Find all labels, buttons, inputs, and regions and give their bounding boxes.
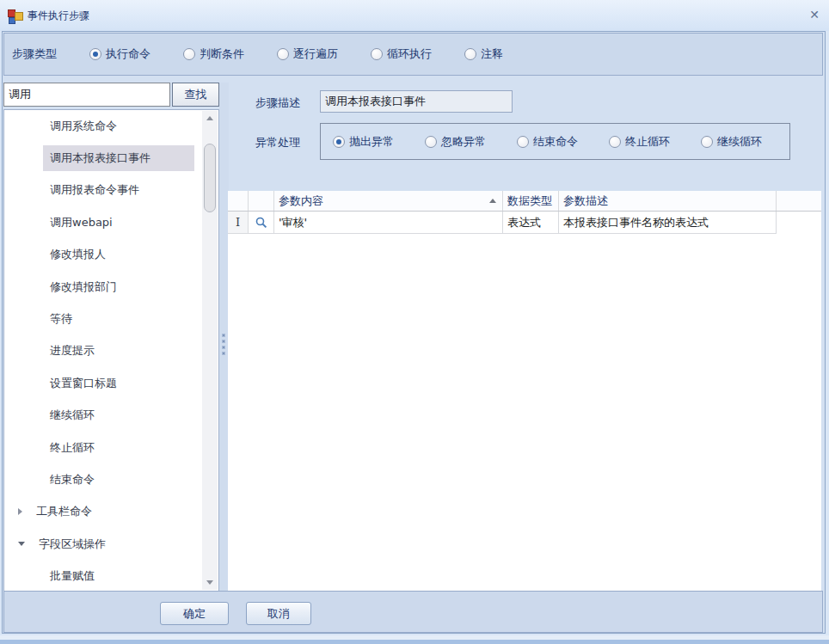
- list-item[interactable]: 调用webapi: [4, 206, 218, 238]
- radio-label: 终止循环: [625, 134, 670, 150]
- list-item-label: 设置窗口标题: [43, 371, 124, 396]
- list-item[interactable]: 修改填报人: [4, 239, 218, 271]
- list-item[interactable]: 进度提示: [4, 335, 218, 367]
- radio-label: 判断条件: [200, 46, 244, 62]
- params-grid: 参数内容 数据类型 参数描述 I: [228, 191, 821, 591]
- window-edge-border: [0, 640, 829, 644]
- list-item[interactable]: 等待: [4, 303, 218, 334]
- list-scrollbar[interactable]: [202, 111, 218, 590]
- tree-expand-icon[interactable]: [18, 542, 25, 546]
- command-list: 调用系统命令 调用本报表接口事件 调用报表命令事件 调用webapi 修改填报人…: [3, 109, 219, 592]
- exception-groupbox: 抛出异常 忽略异常 结束命令 终止循环 继续循环: [320, 123, 790, 160]
- tree-group-toolbar-commands[interactable]: 工具栏命令: [4, 496, 218, 528]
- table-row[interactable]: I '审核' 表达式 本报表接口事件名称的表达式: [228, 212, 821, 234]
- search-input[interactable]: [3, 83, 170, 107]
- list-item-label: 继续循环: [43, 402, 101, 428]
- cell-value: 本报表接口事件名称的表达式: [563, 215, 709, 230]
- radio-stop-loop[interactable]: 终止循环: [609, 134, 670, 150]
- cancel-button-label: 取消: [267, 606, 290, 622]
- radio-label: 结束命令: [533, 134, 578, 150]
- list-item-label: 字段区域操作: [32, 531, 113, 557]
- list-item[interactable]: 批量赋值: [4, 560, 218, 592]
- list-item-label: 等待: [43, 306, 79, 332]
- radio-icon: [517, 136, 529, 148]
- column-header-data-type[interactable]: 数据类型: [503, 191, 559, 211]
- scroll-up-icon[interactable]: [202, 111, 218, 126]
- radio-label: 执行命令: [106, 46, 150, 62]
- splitter-grip-icon: [222, 334, 225, 355]
- radio-label: 逐行遍历: [293, 46, 338, 62]
- radio-execute-command[interactable]: 执行命令: [89, 46, 150, 62]
- step-type-bar: 步骤类型 执行命令 判断条件 逐行遍历 循环执行 注释: [3, 33, 823, 76]
- radio-icon: [609, 136, 621, 148]
- list-item-selected[interactable]: 调用本报表接口事件: [4, 142, 218, 174]
- radio-icon: [89, 48, 101, 60]
- cell-data-type[interactable]: 表达式: [503, 212, 559, 234]
- list-item[interactable]: 调用系统命令: [4, 110, 218, 142]
- tree-collapse-icon[interactable]: [18, 508, 22, 515]
- scroll-down-icon[interactable]: [202, 575, 218, 590]
- list-item[interactable]: 终止循环: [4, 432, 218, 463]
- grid-icon-header-cell: [249, 191, 274, 211]
- tree-group-field-area-ops[interactable]: 字段区域操作: [4, 528, 218, 560]
- radio-label: 抛出异常: [349, 134, 394, 150]
- column-header-label: 参数内容: [279, 193, 323, 209]
- step-desc-label: 步骤描述: [255, 95, 300, 111]
- radio-label: 注释: [481, 46, 503, 62]
- list-item[interactable]: 调用报表命令事件: [4, 175, 218, 206]
- sort-asc-icon: [489, 199, 496, 203]
- cancel-button[interactable]: 取消: [246, 602, 311, 625]
- step-desc-input[interactable]: [320, 90, 513, 113]
- radio-loop-execute[interactable]: 循环执行: [371, 46, 432, 62]
- radio-icon: [183, 48, 195, 60]
- magnifier-icon: [255, 217, 267, 229]
- list-item-label: 调用报表命令事件: [43, 177, 146, 203]
- find-button[interactable]: 查找: [172, 83, 219, 107]
- close-icon[interactable]: ✕: [809, 7, 820, 22]
- list-item[interactable]: 设置窗口标题: [4, 367, 218, 399]
- column-header-label: 数据类型: [507, 193, 552, 209]
- ok-button[interactable]: 确定: [160, 602, 229, 625]
- list-item-label: 调用系统命令: [43, 113, 124, 139]
- radio-comment[interactable]: 注释: [464, 46, 503, 62]
- cell-param-content[interactable]: '审核': [274, 212, 503, 234]
- radio-icon: [333, 136, 345, 148]
- row-lookup-button[interactable]: [249, 212, 274, 234]
- radio-iterate-rows[interactable]: 逐行遍历: [277, 46, 338, 62]
- radio-end-command[interactable]: 结束命令: [517, 134, 578, 150]
- radio-icon: [425, 136, 437, 148]
- find-button-label: 查找: [185, 87, 207, 102]
- app-form-icon: [8, 9, 21, 22]
- list-item[interactable]: 修改填报部门: [4, 271, 218, 303]
- column-header-param-content[interactable]: 参数内容: [274, 191, 503, 211]
- list-item-label: 调用webapi: [43, 210, 120, 236]
- column-header-label: 参数描述: [563, 193, 608, 209]
- column-header-param-desc[interactable]: 参数描述: [559, 191, 777, 211]
- list-item-label: 修改填报部门: [43, 274, 124, 300]
- cell-value: '审核': [279, 215, 307, 230]
- scrollbar-thumb[interactable]: [204, 144, 216, 212]
- cell-param-desc[interactable]: 本报表接口事件名称的表达式: [559, 212, 777, 234]
- step-type-label: 步骤类型: [12, 46, 57, 62]
- grid-header-filler: [777, 191, 821, 211]
- radio-throw-exception[interactable]: 抛出异常: [333, 134, 394, 150]
- row-indicator-cell[interactable]: I: [228, 212, 249, 234]
- radio-ignore-exception[interactable]: 忽略异常: [425, 134, 486, 150]
- radio-icon: [277, 48, 289, 60]
- grid-header-row: 参数内容 数据类型 参数描述: [228, 191, 821, 212]
- grid-corner-cell: [228, 191, 249, 211]
- radio-continue-loop[interactable]: 继续循环: [701, 134, 762, 150]
- dialog-body: 步骤类型 执行命令 判断条件 逐行遍历 循环执行 注释: [2, 31, 826, 634]
- radio-icon: [464, 48, 476, 60]
- footer-bar: 确定 取消: [3, 591, 823, 633]
- dialog-window: 事件执行步骤 ✕ 步骤类型 执行命令 判断条件 逐行遍历 循环执行: [0, 0, 829, 644]
- list-item-label: 工具栏命令: [29, 499, 99, 524]
- radio-label: 忽略异常: [441, 134, 486, 150]
- window-title: 事件执行步骤: [28, 9, 89, 23]
- list-item[interactable]: 结束命令: [4, 463, 218, 495]
- title-bar[interactable]: 事件执行步骤 ✕: [0, 0, 829, 31]
- list-item[interactable]: 继续循环: [4, 400, 218, 432]
- radio-condition[interactable]: 判断条件: [183, 46, 244, 62]
- ok-button-label: 确定: [183, 606, 206, 622]
- list-item-label: 批量赋值: [43, 563, 101, 589]
